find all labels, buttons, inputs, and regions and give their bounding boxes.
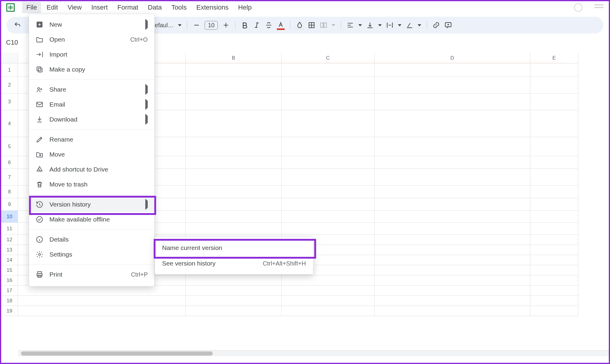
- row-header-9[interactable]: 9: [1, 198, 18, 211]
- file-menu-share[interactable]: Share: [29, 82, 154, 97]
- font-family-dropdown-icon[interactable]: [178, 24, 182, 26]
- file-menu-move[interactable]: Move: [29, 147, 154, 162]
- file-menu-move-to-trash[interactable]: Move to trash: [29, 177, 154, 192]
- vertical-align-icon[interactable]: [366, 21, 374, 29]
- row-header-16[interactable]: 16: [1, 275, 18, 286]
- menu-item-label: Share: [49, 86, 66, 93]
- bold-icon[interactable]: [241, 21, 249, 29]
- import-icon: [36, 51, 43, 58]
- wrap-dropdown-icon[interactable]: [398, 24, 401, 26]
- column-header-B[interactable]: B: [186, 53, 282, 63]
- name-box[interactable]: C10: [6, 39, 18, 46]
- row-header-8[interactable]: 8: [1, 186, 18, 198]
- row-header-13[interactable]: 13: [1, 245, 18, 255]
- last-edit-icon[interactable]: [574, 3, 582, 12]
- menu-insert[interactable]: Insert: [87, 2, 112, 13]
- menu-edit[interactable]: Edit: [42, 2, 62, 13]
- text-wrap-icon[interactable]: [386, 21, 394, 29]
- undo-icon[interactable]: [14, 21, 22, 29]
- text-color-icon[interactable]: [277, 21, 285, 29]
- row-header-3[interactable]: 3: [1, 93, 18, 110]
- menu-help[interactable]: Help: [234, 2, 256, 13]
- submenu-arrow-icon: [145, 201, 148, 208]
- folder-icon: [36, 36, 43, 43]
- scrollbar-thumb[interactable]: [21, 351, 213, 356]
- menu-item-label: Make a copy: [49, 66, 85, 73]
- version-history-submenu: Name current versionSee version historyC…: [155, 237, 313, 274]
- file-menu-add-shortcut-to-drive[interactable]: Add shortcut to Drive: [29, 162, 154, 177]
- history-icon: [36, 201, 43, 208]
- svg-rect-8: [37, 102, 43, 107]
- row-header-11[interactable]: 11: [1, 223, 18, 235]
- font-size-input[interactable]: 10: [205, 21, 218, 30]
- svg-point-7: [38, 88, 40, 90]
- drive-icon: [36, 166, 43, 173]
- menu-shortcut: Ctrl+P: [131, 271, 148, 278]
- menu-item-label: Move to trash: [49, 181, 87, 188]
- file-menu: NewOpenCtrl+OImportMake a copyShareEmail…: [29, 14, 155, 286]
- menu-extensions[interactable]: Extensions: [192, 2, 233, 13]
- row-header-18[interactable]: 18: [1, 296, 18, 306]
- row-header-2[interactable]: 2: [1, 77, 18, 93]
- file-menu-print[interactable]: PrintCtrl+P: [29, 267, 154, 282]
- menu-item-label: Open: [49, 36, 65, 43]
- halign-dropdown-icon[interactable]: [358, 24, 362, 26]
- column-header-E[interactable]: E: [530, 53, 578, 63]
- row-header-19[interactable]: 19: [1, 306, 18, 316]
- column-header-D[interactable]: D: [375, 53, 530, 63]
- row-header-5[interactable]: 5: [1, 137, 18, 156]
- file-menu-open[interactable]: OpenCtrl+O: [29, 32, 154, 47]
- row-header-6[interactable]: 6: [1, 156, 18, 169]
- file-menu-email[interactable]: Email: [29, 97, 154, 112]
- menu-format[interactable]: Format: [113, 2, 143, 13]
- menu-tools[interactable]: Tools: [167, 2, 191, 13]
- row-header-4[interactable]: 4: [1, 110, 18, 137]
- file-menu-details[interactable]: Details: [29, 232, 154, 247]
- fill-color-icon[interactable]: [296, 21, 304, 29]
- row-header-15[interactable]: 15: [1, 265, 18, 275]
- submenu-see-version-history[interactable]: See version historyCtrl+Alt+Shift+H: [155, 256, 313, 271]
- file-menu-make-a-copy[interactable]: Make a copy: [29, 62, 154, 77]
- borders-icon[interactable]: [308, 21, 315, 29]
- font-size-increase[interactable]: [222, 21, 230, 29]
- overflow-icon[interactable]: [594, 4, 603, 11]
- row-header-17[interactable]: 17: [1, 286, 18, 296]
- svg-point-11: [39, 254, 41, 256]
- menu-item-label: Settings: [49, 251, 72, 258]
- file-menu-version-history[interactable]: Version history: [29, 197, 154, 212]
- merge-cells-icon[interactable]: [320, 21, 327, 29]
- file-menu-download[interactable]: Download: [29, 112, 154, 127]
- rotation-dropdown-icon[interactable]: [418, 24, 421, 26]
- row-header-10[interactable]: 10: [1, 211, 18, 223]
- rename-icon: [36, 136, 43, 143]
- horizontal-align-icon[interactable]: [346, 21, 354, 29]
- row-header-7[interactable]: 7: [1, 169, 18, 186]
- menu-item-label: Move: [49, 151, 65, 158]
- menu-file[interactable]: File: [22, 2, 41, 13]
- menu-item-label: Import: [49, 51, 67, 58]
- text-rotation-icon[interactable]: [406, 21, 413, 29]
- merge-dropdown-icon[interactable]: [332, 24, 335, 26]
- insert-comment-icon[interactable]: [444, 21, 452, 29]
- font-size-decrease[interactable]: [193, 21, 200, 29]
- menu-item-label: Email: [49, 101, 65, 108]
- submenu-name-current-version[interactable]: Name current version: [155, 240, 313, 256]
- row-headers[interactable]: 12345678910111213141516171819: [1, 63, 18, 356]
- horizontal-scrollbar[interactable]: [18, 350, 609, 356]
- valign-dropdown-icon[interactable]: [378, 24, 382, 26]
- row-header-12[interactable]: 12: [1, 235, 18, 245]
- menu-view[interactable]: View: [63, 2, 86, 13]
- strikethrough-icon[interactable]: [265, 21, 273, 29]
- column-header-C[interactable]: C: [282, 53, 375, 63]
- file-menu-make-available-offline[interactable]: Make available offline: [29, 212, 154, 227]
- row-header-1[interactable]: 1: [1, 63, 18, 77]
- insert-link-icon[interactable]: [432, 21, 440, 29]
- row-header-14[interactable]: 14: [1, 255, 18, 265]
- italic-icon[interactable]: [253, 21, 261, 29]
- file-menu-new[interactable]: New: [29, 17, 154, 32]
- file-menu-settings[interactable]: Settings: [29, 247, 154, 262]
- file-menu-rename[interactable]: Rename: [29, 132, 154, 147]
- menu-data[interactable]: Data: [144, 2, 166, 13]
- select-all-corner[interactable]: [1, 53, 18, 63]
- file-menu-import[interactable]: Import: [29, 47, 154, 62]
